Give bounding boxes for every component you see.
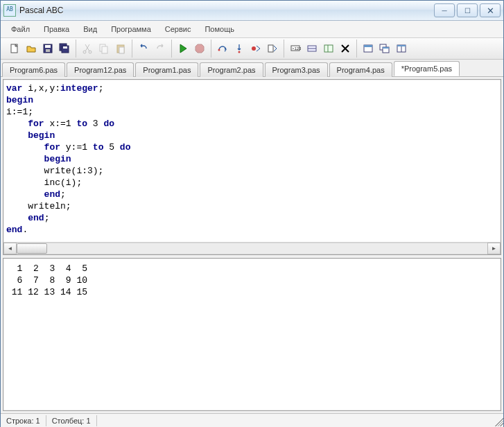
paste-button[interactable] xyxy=(113,41,128,56)
save-icon xyxy=(42,43,53,54)
run-icon xyxy=(177,43,189,54)
svg-rect-27 xyxy=(383,47,389,49)
svg-point-13 xyxy=(218,49,220,51)
svg-point-14 xyxy=(238,51,241,53)
copy-button[interactable] xyxy=(96,41,112,56)
saveall-icon xyxy=(59,43,70,54)
scroll-right-icon[interactable]: ► xyxy=(487,243,501,254)
app-icon: AB xyxy=(3,4,16,17)
svg-point-7 xyxy=(83,51,86,53)
svg-rect-10 xyxy=(102,46,107,53)
callstack-icon xyxy=(267,43,278,54)
svg-rect-2 xyxy=(45,45,51,48)
tab-program1[interactable]: Program1.pas xyxy=(135,62,198,77)
window1-icon xyxy=(363,43,374,54)
stepinto-icon xyxy=(234,43,245,54)
svg-rect-21 xyxy=(324,45,333,52)
menu-program[interactable]: Программа xyxy=(105,23,157,35)
status-line: Строка: 1 xyxy=(1,415,46,426)
window-controls: ─ ☐ ✕ xyxy=(434,3,501,17)
callstack-button[interactable] xyxy=(265,41,280,56)
new-icon xyxy=(9,43,20,54)
stepinto-button[interactable] xyxy=(232,41,247,56)
editor-panel: var i,x,y:integer; begin i:=1; for x:=1 … xyxy=(3,79,501,255)
evaluate-icon: >123 xyxy=(290,43,301,54)
scroll-left-icon[interactable]: ◄ xyxy=(3,243,17,254)
redo-icon xyxy=(155,43,166,54)
tabstrip: Program6.pas Program12.pas Program1.pas … xyxy=(1,60,503,77)
maximize-button[interactable]: ☐ xyxy=(457,3,478,17)
window2-icon xyxy=(379,43,390,54)
window1-button[interactable] xyxy=(360,41,376,56)
tab-program2[interactable]: Program2.pas xyxy=(200,62,263,77)
stepover-button[interactable] xyxy=(215,41,230,56)
close-x-icon xyxy=(340,43,351,54)
scroll-thumb[interactable] xyxy=(17,243,47,254)
locals-icon xyxy=(323,43,334,54)
code-editor[interactable]: var i,x,y:integer; begin i:=1; for x:=1 … xyxy=(3,80,501,242)
save-button[interactable] xyxy=(40,41,55,56)
resize-grip[interactable] xyxy=(492,415,503,426)
stop-icon xyxy=(194,43,205,54)
toolbar: >123 xyxy=(1,38,503,60)
stepover-icon xyxy=(217,43,228,54)
minimize-button[interactable]: ─ xyxy=(434,3,455,17)
tab-program4[interactable]: Program4.pas xyxy=(329,62,392,77)
status-col: Столбец: 1 xyxy=(46,415,97,426)
menu-help[interactable]: Помощь xyxy=(198,23,241,35)
svg-rect-3 xyxy=(46,49,50,52)
svg-point-8 xyxy=(89,51,92,53)
titlebar[interactable]: AB Pascal ABC ─ ☐ ✕ xyxy=(1,1,503,21)
tab-program5-active[interactable]: *Program5.pas xyxy=(394,61,460,76)
menubar: Файл Правка Вид Программа Сервис Помощь xyxy=(1,21,503,38)
svg-rect-12 xyxy=(119,47,124,53)
breakpoint-button[interactable] xyxy=(248,41,263,56)
cut-icon xyxy=(82,43,93,54)
menu-view[interactable]: Вид xyxy=(77,23,103,35)
svg-rect-6 xyxy=(63,46,67,49)
output-panel[interactable]: 1 2 3 4 5 6 7 8 9 10 11 12 13 14 15 xyxy=(3,258,501,411)
app-window: AB Pascal ABC ─ ☐ ✕ Файл Правка Вид Прог… xyxy=(0,0,504,427)
scroll-track[interactable] xyxy=(17,243,487,254)
new-button[interactable] xyxy=(7,41,22,56)
cut-button[interactable] xyxy=(80,41,95,56)
clear-output-button[interactable] xyxy=(338,41,353,56)
tab-program6[interactable]: Program6.pas xyxy=(2,62,65,77)
locals-button[interactable] xyxy=(321,41,336,56)
tab-program3[interactable]: Program3.pas xyxy=(265,62,328,77)
close-button[interactable]: ✕ xyxy=(480,3,501,17)
open-icon xyxy=(26,43,37,54)
workarea: var i,x,y:integer; begin i:=1; for x:=1 … xyxy=(1,77,503,413)
svg-rect-30 xyxy=(397,45,406,46)
svg-text:>123: >123 xyxy=(292,46,301,51)
undo-button[interactable] xyxy=(136,41,151,56)
breakpoint-icon xyxy=(250,43,261,54)
watch-icon xyxy=(306,43,318,54)
window3-icon xyxy=(396,43,407,54)
window2-button[interactable] xyxy=(377,41,392,56)
statusbar: Строка: 1 Столбец: 1 xyxy=(1,413,503,427)
menu-file[interactable]: Файл xyxy=(5,23,36,35)
editor-hscrollbar[interactable]: ◄ ► xyxy=(3,242,501,254)
undo-icon xyxy=(138,43,149,54)
copy-icon xyxy=(98,43,110,54)
redo-button[interactable] xyxy=(153,41,168,56)
svg-rect-16 xyxy=(268,45,273,52)
watch-button[interactable] xyxy=(304,41,320,56)
paste-icon xyxy=(115,43,126,54)
evaluate-button[interactable]: >123 xyxy=(288,41,303,56)
svg-point-15 xyxy=(252,46,256,51)
window3-button[interactable] xyxy=(394,41,409,56)
menu-service[interactable]: Сервис xyxy=(159,23,198,35)
tab-program12[interactable]: Program12.pas xyxy=(67,62,134,77)
menu-edit[interactable]: Правка xyxy=(37,23,76,35)
title-text: Pascal ABC xyxy=(19,6,63,15)
saveall-button[interactable] xyxy=(57,41,72,56)
stop-button[interactable] xyxy=(192,41,207,56)
svg-rect-24 xyxy=(364,45,372,47)
open-button[interactable] xyxy=(24,41,39,56)
run-button[interactable] xyxy=(175,41,191,56)
